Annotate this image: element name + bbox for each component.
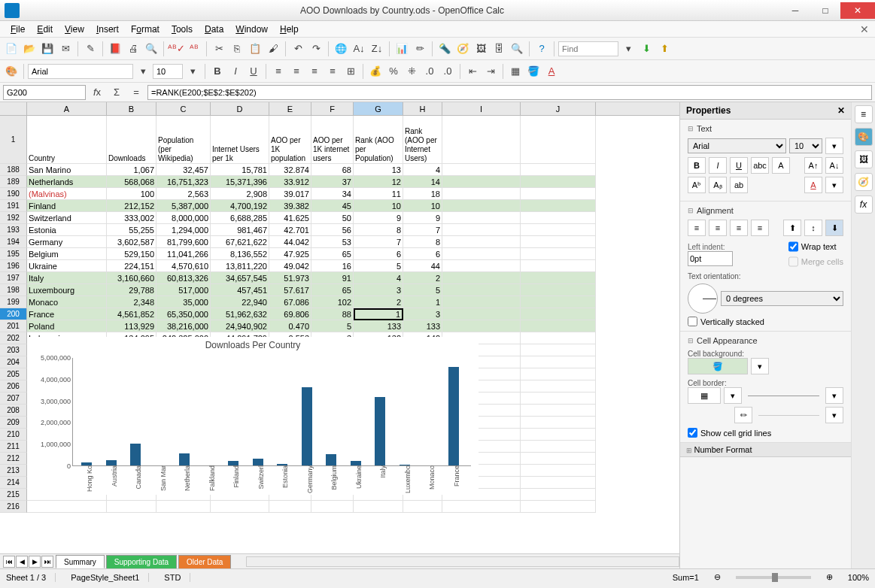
add-decimal-button[interactable]: .0	[421, 63, 438, 80]
sidebar-tab-styles[interactable]: 🎨	[855, 128, 873, 146]
cell[interactable]: San Marino	[27, 164, 107, 176]
cell[interactable]: 39.382	[269, 200, 311, 212]
cell[interactable]: Internet Users per 1k	[211, 116, 269, 164]
cell[interactable]: Belgium	[27, 248, 107, 260]
cell[interactable]: Luxembourg	[27, 284, 107, 296]
cell[interactable]	[269, 501, 311, 513]
cell[interactable]: Country	[27, 116, 107, 164]
sidebar-align-left[interactable]: ≡	[688, 220, 706, 236]
cell[interactable]: Estonia	[27, 224, 107, 236]
sidebar-grow-font-button[interactable]: A↑	[804, 157, 822, 174]
row-header[interactable]: 188	[0, 164, 27, 176]
cell[interactable]	[521, 501, 596, 513]
row-header[interactable]: 1	[0, 116, 27, 164]
sidebar-shrink-font-button[interactable]: A↓	[825, 157, 843, 174]
cell[interactable]	[442, 188, 521, 200]
sum-button[interactable]: Σ	[108, 84, 125, 101]
cell[interactable]: 529,150	[107, 248, 156, 260]
sidebar-sub-button[interactable]: Aᵦ	[709, 177, 727, 193]
cell[interactable]	[442, 164, 521, 176]
cell[interactable]	[442, 296, 521, 308]
menu-edit[interactable]: Edit	[31, 23, 59, 36]
cell[interactable]: 5	[354, 260, 403, 272]
cell[interactable]: 11,041,266	[156, 248, 211, 260]
sort-asc-button[interactable]: A↓	[351, 41, 367, 57]
cell[interactable]: 18	[403, 188, 442, 200]
alignment-section-label[interactable]: Alignment	[688, 206, 843, 215]
cell[interactable]: 81,799,600	[156, 236, 211, 248]
column-header-D[interactable]: D	[211, 102, 269, 115]
cell[interactable]: 16	[311, 260, 354, 272]
row-header[interactable]: 201	[0, 320, 27, 332]
row-header[interactable]: 215	[0, 489, 27, 501]
cell[interactable]	[442, 176, 521, 188]
cell[interactable]: 133	[403, 320, 442, 332]
cell[interactable]	[521, 465, 596, 477]
cell[interactable]: 65	[311, 284, 354, 296]
row-header[interactable]: 194	[0, 236, 27, 248]
cell[interactable]: 4	[403, 164, 442, 176]
spellcheck-button[interactable]: ᴬᴮ✓	[168, 41, 184, 57]
row-header[interactable]: 196	[0, 260, 27, 272]
row-header[interactable]: 210	[0, 429, 27, 441]
cell[interactable]	[442, 308, 521, 320]
cell[interactable]: 22,940	[211, 296, 269, 308]
cell[interactable]: Finland	[27, 200, 107, 212]
find-dropdown-button[interactable]: ▾	[620, 41, 637, 57]
styles-button[interactable]: 🎨	[3, 63, 20, 80]
italic-button[interactable]: I	[227, 63, 244, 80]
cell[interactable]: 9	[403, 212, 442, 224]
cell[interactable]: 102	[311, 296, 354, 308]
sidebar-font-color-dropdown[interactable]: ▾	[825, 177, 843, 193]
chart[interactable]: Downloads Per Country 01,000,0002,000,00…	[27, 337, 479, 495]
row-header[interactable]: 192	[0, 212, 27, 224]
cell[interactable]: 133	[354, 320, 403, 332]
cell[interactable]	[521, 272, 596, 284]
row-header[interactable]: 208	[0, 405, 27, 417]
function-wizard-button[interactable]: fx	[89, 84, 105, 101]
cell[interactable]	[442, 116, 521, 164]
cell[interactable]	[521, 344, 596, 356]
cell[interactable]: 0.470	[269, 320, 311, 332]
zoom-in-icon[interactable]: ⊕	[826, 572, 833, 582]
cell[interactable]	[521, 116, 596, 164]
cell[interactable]: 65	[311, 248, 354, 260]
cell[interactable]	[442, 236, 521, 248]
align-center-button[interactable]: ≡	[288, 63, 305, 80]
row-header[interactable]: 212	[0, 453, 27, 465]
cell[interactable]: 2,563	[156, 188, 211, 200]
copy-button[interactable]: ⎘	[229, 41, 245, 57]
cell[interactable]: 42.701	[269, 224, 311, 236]
row-header[interactable]: 202	[0, 332, 27, 344]
row-header[interactable]: 214	[0, 477, 27, 489]
formula-input[interactable]	[147, 85, 872, 100]
cell-bg-dropdown[interactable]: ▾	[751, 358, 769, 374]
sidebar-align-justify[interactable]: ≡	[751, 220, 769, 236]
sidebar-valign-top[interactable]: ⬆	[783, 220, 801, 236]
row-header[interactable]: 198	[0, 284, 27, 296]
bg-color-button[interactable]: 🪣	[525, 63, 542, 80]
row-header[interactable]: 197	[0, 272, 27, 284]
increase-indent-button[interactable]: ⇥	[482, 63, 499, 80]
underline-button[interactable]: U	[245, 63, 262, 80]
find-prev-button[interactable]: ⬆	[656, 41, 673, 57]
number-format-section[interactable]: Number Format	[680, 443, 851, 457]
hyperlink-button[interactable]: 🌐	[333, 41, 349, 57]
cell[interactable]	[442, 260, 521, 272]
row-header[interactable]: 191	[0, 200, 27, 212]
cell[interactable]: 69.806	[269, 308, 311, 320]
menu-help[interactable]: Help	[274, 23, 305, 36]
percent-button[interactable]: %	[385, 63, 402, 80]
currency-button[interactable]: 💰	[367, 63, 384, 80]
cell[interactable]: 14	[403, 176, 442, 188]
cell[interactable]: 8	[403, 236, 442, 248]
font-size-input[interactable]	[153, 64, 183, 79]
cell[interactable]: 333,002	[107, 212, 156, 224]
cell[interactable]	[442, 200, 521, 212]
minimize-button[interactable]: ─	[780, 2, 810, 19]
sidebar-font-size[interactable]: 10	[789, 138, 822, 153]
cell[interactable]: 2	[403, 272, 442, 284]
cell[interactable]: 15,371,396	[211, 176, 269, 188]
cell[interactable]: 13	[354, 164, 403, 176]
sidebar-strike-button[interactable]: abc	[751, 157, 769, 174]
